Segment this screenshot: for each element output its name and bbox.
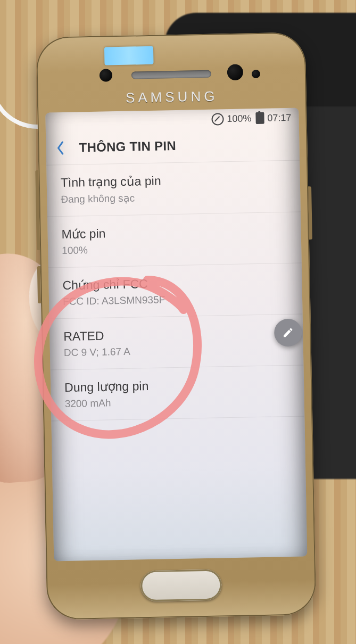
list-item[interactable]: Chứng chỉ FCC FCC ID: A3LSMN935F (48, 263, 303, 319)
back-button[interactable] (51, 139, 70, 158)
item-value: Đang không sạc (61, 189, 286, 205)
screen: 100% 07:17 THÔNG TIN PIN Tình trạng của … (45, 108, 307, 562)
earpiece (131, 70, 211, 79)
item-label: Dung lượng pin (64, 376, 290, 395)
item-value: 100% (62, 241, 287, 257)
hologram-sticker (104, 46, 154, 65)
pencil-icon (282, 327, 294, 338)
list-item[interactable]: Dung lượng pin 3200 mAh (51, 365, 305, 421)
battery-percent: 100% (227, 113, 251, 125)
item-value: FCC ID: A3LSMN935F (63, 292, 288, 308)
list-item[interactable]: Mức pin 100% (47, 212, 302, 268)
brand-label: SAMSUNG (37, 86, 307, 108)
settings-list: Tình trạng của pin Đang không sạc Mức pi… (46, 160, 304, 421)
item-label: Mức pin (61, 223, 287, 242)
list-item[interactable]: RATED DC 9 V; 1.67 A (49, 314, 304, 370)
item-label: RATED (63, 325, 289, 344)
item-value: DC 9 V; 1.67 A (64, 343, 289, 359)
front-camera (227, 64, 244, 80)
front-sensor (252, 70, 260, 78)
home-button[interactable] (140, 569, 222, 601)
item-label: Tình trạng của pin (61, 171, 286, 190)
clock: 07:17 (267, 112, 291, 123)
no-signal-icon (211, 113, 223, 125)
list-item[interactable]: Tình trạng của pin Đang không sạc (46, 160, 301, 217)
item-value: 3200 mAh (65, 394, 291, 410)
page-header: THÔNG TIN PIN (46, 127, 300, 165)
chevron-left-icon (56, 141, 64, 155)
phone-chassis: SAMSUNG 100% 07:17 THÔNG TIN PIN Tình tr… (36, 32, 317, 620)
battery-icon (255, 112, 264, 124)
front-sensor (100, 69, 112, 81)
page-title: THÔNG TIN PIN (79, 138, 176, 155)
side-button[interactable] (37, 266, 41, 303)
item-label: Chứng chỉ FCC (62, 274, 288, 293)
